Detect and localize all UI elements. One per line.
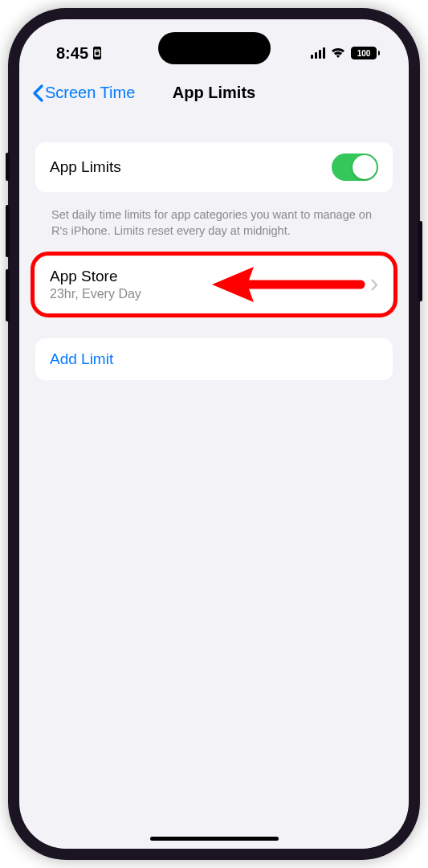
add-limit-label: Add Limit (50, 350, 113, 368)
phone-frame: 8:45 100 (8, 8, 420, 860)
content-area: App Limits Set daily time limits for app… (19, 115, 409, 380)
volume-down-button (6, 269, 10, 321)
wifi-icon (330, 47, 346, 59)
power-button (418, 221, 422, 301)
add-limit-group: Add Limit (35, 338, 393, 380)
battery-icon: 100 (351, 47, 380, 59)
toggle-label: App Limits (50, 158, 121, 176)
battery-label: 100 (357, 49, 371, 58)
home-indicator[interactable] (150, 837, 279, 841)
app-limits-toggle-row: App Limits (35, 142, 393, 192)
page-title: App Limits (173, 84, 255, 102)
description-text: Set daily time limits for app categories… (35, 200, 393, 256)
dynamic-island (158, 32, 271, 64)
add-limit-row[interactable]: Add Limit (35, 338, 393, 380)
limit-row-app-store[interactable]: App Store 23hr, Every Day (35, 256, 393, 313)
back-button[interactable]: Screen Time (32, 84, 135, 102)
time-label: 8:45 (56, 44, 88, 63)
status-time: 8:45 (56, 44, 102, 63)
cellular-icon (311, 47, 326, 59)
nav-bar: Screen Time App Limits (19, 69, 409, 115)
limit-name: App Store (50, 268, 365, 285)
app-limits-toggle[interactable] (332, 154, 378, 181)
portrait-lock-icon (92, 47, 102, 59)
volume-up-button (6, 205, 10, 257)
toggle-group: App Limits (35, 142, 393, 192)
limit-detail: 23hr, Every Day (50, 287, 365, 301)
back-label: Screen Time (45, 84, 135, 102)
chevron-left-icon (32, 84, 43, 102)
highlighted-limit-row: App Store 23hr, Every Day (35, 256, 393, 313)
svg-rect-3 (96, 52, 99, 55)
chevron-right-icon (371, 279, 378, 291)
screen: 8:45 100 (19, 19, 409, 849)
silent-switch (6, 153, 10, 181)
